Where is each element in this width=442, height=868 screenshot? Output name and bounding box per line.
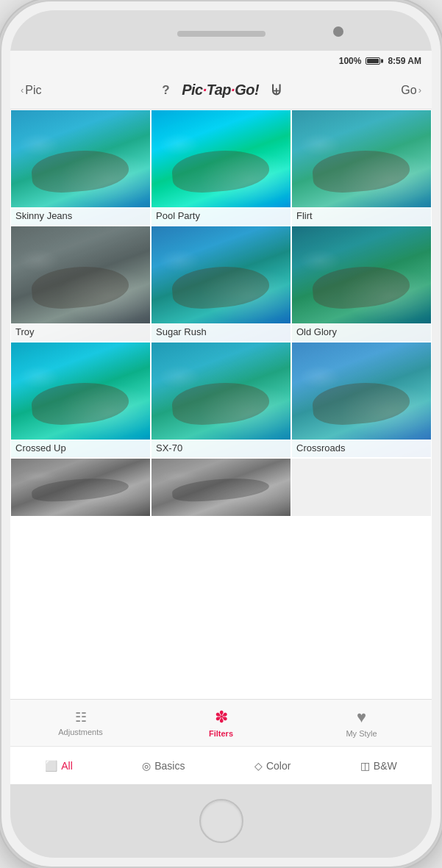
tab-adjustments-label: Adjustments [58, 728, 103, 736]
filter-preview-bw2 [152, 459, 290, 517]
back-label: Pic [25, 84, 41, 97]
nav-back[interactable]: ‹ Pic [21, 84, 42, 97]
category-bw[interactable]: ◫ B&W [353, 756, 404, 776]
go-label: Go [401, 84, 416, 97]
filter-item-bw2[interactable] [151, 458, 291, 517]
tab-my-style-label: My Style [346, 729, 377, 738]
nav-go[interactable]: Go › [401, 84, 421, 97]
filter-item-old-glory[interactable]: Old Glory [291, 226, 432, 342]
tab-adjustments[interactable]: ☷ Adjustments [10, 709, 151, 736]
filter-preview-bw1 [11, 459, 150, 517]
title-pic: Pic [182, 82, 203, 98]
filter-item-troy[interactable]: Troy [10, 226, 151, 342]
tab-my-style[interactable]: ♥ My Style [291, 708, 432, 738]
app-title: ? Pic·Tap·Go! ⨄ [162, 82, 280, 98]
time-display: 8:59 AM [388, 56, 421, 66]
filter-label-sugar-rush: Sugar Rush [152, 323, 290, 341]
filter-item-bw1[interactable] [10, 458, 151, 517]
back-chevron-icon: ‹ [21, 85, 24, 96]
filter-grid: Skinny Jeans Pool Party Flirt T [10, 110, 432, 699]
screen: 100% 8:59 AM ‹ Pic ? Pic·Tap·Go! [10, 51, 432, 784]
category-color-label: Color [266, 760, 290, 772]
battery-percent: 100% [339, 56, 362, 66]
filter-label-pool-party: Pool Party [152, 207, 290, 225]
bw-icon: ◫ [360, 760, 370, 772]
category-bw-label: B&W [374, 760, 397, 772]
tab-bar: ☷ Adjustments ✽ Filters ♥ My Style [10, 699, 432, 746]
filter-label-skinny-jeans: Skinny Jeans [11, 207, 150, 225]
filter-item-sx70[interactable]: SX-70 [151, 342, 291, 458]
all-icon: ⬜ [45, 760, 57, 772]
category-basics-label: Basics [154, 760, 185, 772]
filter-item-empty [291, 458, 432, 517]
phone-inner: 100% 8:59 AM ‹ Pic ? Pic·Tap·Go! [10, 10, 432, 858]
home-button[interactable] [199, 799, 243, 843]
filter-label-sx70: SX-70 [152, 440, 290, 457]
status-bar-right: 100% 8:59 AM [339, 56, 421, 66]
crop-icon[interactable]: ⨄ [271, 83, 281, 98]
filter-row-2: Troy Sugar Rush Old Glory [10, 226, 432, 342]
filter-row-4 [10, 458, 432, 517]
filter-label-crossed-up: Crossed Up [11, 440, 150, 457]
adjustments-icon: ☷ [75, 709, 87, 725]
filter-label-flirt: Flirt [292, 207, 431, 225]
category-basics[interactable]: ◎ Basics [135, 756, 192, 776]
my-style-icon: ♥ [357, 708, 366, 727]
battery-icon [366, 57, 380, 65]
filter-label-old-glory: Old Glory [292, 323, 431, 341]
filter-categories: ⬜ All ◎ Basics ◇ Color ◫ B&W [10, 746, 432, 784]
tab-filters-label: Filters [209, 729, 233, 738]
category-color[interactable]: ◇ Color [247, 756, 298, 776]
go-chevron-icon: › [418, 85, 421, 96]
filter-label-troy: Troy [11, 323, 150, 341]
category-all[interactable]: ⬜ All [38, 756, 80, 776]
filter-item-crossroads[interactable]: Crossroads [291, 342, 432, 458]
filters-icon: ✽ [215, 708, 228, 727]
filter-row-3: Crossed Up SX-70 Crossroads [10, 342, 432, 458]
title-text: Pic·Tap·Go! [182, 82, 259, 98]
help-icon[interactable]: ? [162, 83, 169, 98]
basics-icon: ◎ [142, 760, 151, 772]
status-bar: 100% 8:59 AM [10, 51, 432, 71]
tab-filters[interactable]: ✽ Filters [151, 708, 291, 738]
front-camera [333, 26, 343, 37]
category-all-label: All [61, 760, 73, 772]
phone-frame: 100% 8:59 AM ‹ Pic ? Pic·Tap·Go! [0, 0, 442, 868]
filter-item-crossed-up[interactable]: Crossed Up [10, 342, 151, 458]
color-icon: ◇ [254, 760, 263, 772]
title-tap: Tap [207, 82, 231, 98]
filter-item-pool-party[interactable]: Pool Party [151, 110, 291, 226]
title-go: Go! [235, 82, 259, 98]
filter-label-crossroads: Crossroads [292, 440, 431, 457]
filter-item-flirt[interactable]: Flirt [291, 110, 432, 226]
nav-bar: ‹ Pic ? Pic·Tap·Go! ⨄ Go › [10, 71, 432, 110]
filter-item-skinny-jeans[interactable]: Skinny Jeans [10, 110, 151, 226]
speaker [177, 31, 265, 37]
filter-row-1: Skinny Jeans Pool Party Flirt [10, 110, 432, 226]
filter-item-sugar-rush[interactable]: Sugar Rush [151, 226, 291, 342]
